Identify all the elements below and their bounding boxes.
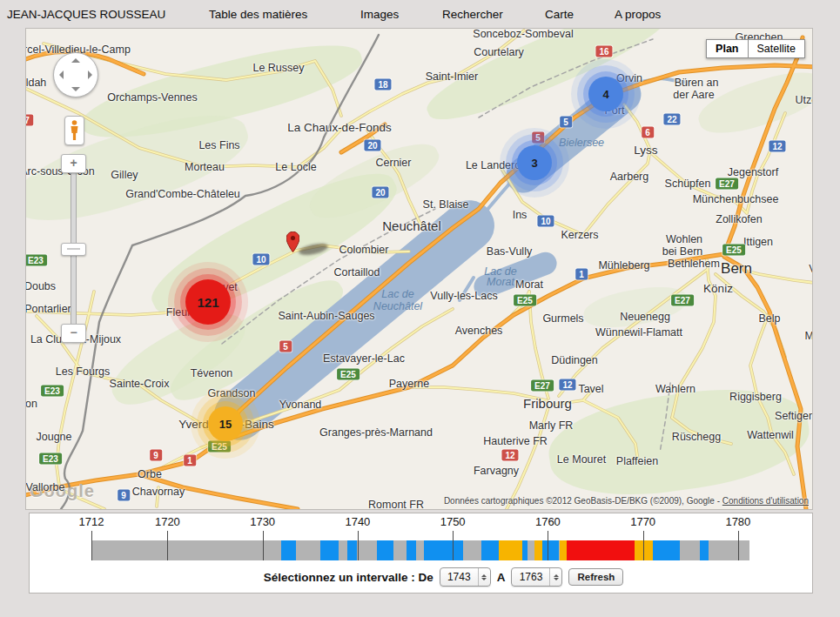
timeline-segment-yellow	[534, 540, 542, 560]
interval-controls: Sélectionnez un intervalle : De 1743 A 1…	[52, 567, 835, 587]
map-label: Lac de	[381, 288, 414, 300]
map-label: Sonceboz-Sombeval	[473, 29, 573, 40]
route-badge: 5	[560, 117, 572, 128]
pan-up-icon[interactable]	[71, 58, 80, 63]
map-label: Morat	[487, 276, 514, 288]
route-badge: E23	[26, 255, 47, 266]
map-label: Colombier	[339, 244, 389, 256]
map-label: Le Mouret	[557, 453, 606, 466]
map-label: Le Locle	[275, 161, 316, 173]
map-label: Gilley	[111, 169, 138, 181]
route-badge: 22	[663, 114, 680, 125]
route-badge: 10	[252, 254, 269, 265]
map-label: Neuenegg	[620, 311, 670, 323]
map-label: Utzenstorf	[796, 94, 812, 106]
map-label: Seftigen	[775, 410, 812, 422]
timeline-segment-blue	[347, 540, 357, 560]
top-navigation: JEAN-JACQUES ROUSSEAU Table des matières…	[0, 0, 840, 29]
zoom-slider-handle[interactable]	[61, 243, 86, 256]
timeline-segment-blue	[542, 540, 560, 560]
interval-from-select[interactable]: 1743	[440, 567, 491, 587]
map-canvas[interactable]: Plan Satellite + − Google Données cartog…	[26, 29, 812, 509]
zoom-out-button[interactable]: −	[61, 324, 86, 343]
nav-item-carte[interactable]: Carte	[545, 8, 574, 21]
pan-left-icon[interactable]	[59, 70, 64, 79]
map-label: St. Blaise	[423, 198, 469, 211]
route-badge: E27	[531, 380, 554, 392]
refresh-button[interactable]: Refresh	[568, 568, 623, 586]
map-label: Bethlehem	[668, 258, 720, 270]
map-label: Cernier	[376, 157, 412, 169]
location-pin-icon[interactable]	[286, 231, 299, 252]
map-label: Ins	[513, 209, 528, 221]
pan-down-icon[interactable]	[71, 87, 80, 91]
map-label: Payerne	[389, 378, 430, 390]
cluster-marker-red[interactable]: 121	[185, 279, 231, 325]
map-label: Düdingen	[551, 354, 598, 366]
nav-item-table-des-matieres[interactable]: Table des matières	[209, 8, 307, 21]
map-label: Sainte-Croix	[110, 378, 170, 390]
timeline-tick	[738, 531, 739, 560]
map-type-satellite-button[interactable]: Satellite	[748, 39, 805, 58]
map-label: Münchenbuchsee	[693, 193, 779, 205]
route-badge: E27	[716, 178, 738, 190]
timeline-year-label: 1760	[535, 515, 561, 528]
timeline-bar[interactable]	[91, 540, 749, 560]
pan-right-icon[interactable]	[88, 70, 92, 79]
map-label: Doubs	[26, 280, 56, 292]
street-view-pegman[interactable]	[64, 116, 84, 145]
map-label: Ittigen	[743, 236, 773, 248]
map-label: Courtelary	[474, 46, 524, 58]
timeline-tick	[91, 531, 92, 560]
map-label: Mühleberg	[598, 259, 649, 272]
route-badge: E25	[208, 441, 231, 453]
timeline-segment-yellow	[560, 540, 568, 560]
map-label: Romont FR	[368, 499, 424, 509]
interval-label: Sélectionnez un intervalle : De	[264, 571, 433, 584]
map-label: Fribourg	[523, 396, 572, 411]
cluster-marker-blue[interactable]: 4	[588, 77, 623, 111]
map-label: Saint-Aubin-Sauges	[278, 310, 374, 322]
map-label: Zollikofen	[716, 213, 763, 225]
map-label: Bas-Vully	[487, 245, 532, 258]
cluster-marker-yellow[interactable]: 15	[208, 406, 243, 441]
interval-to-select[interactable]: 1763	[511, 567, 562, 587]
map-label: Köniz	[703, 282, 733, 295]
map-label: Wattenwil	[747, 429, 794, 441]
map-label: Les Fins	[198, 139, 239, 151]
route-badge: 18	[374, 79, 391, 91]
timeline-tick	[167, 531, 168, 560]
terms-link[interactable]: Conditions d'utilisation	[722, 496, 809, 506]
map-label: Kerzers	[561, 229, 598, 241]
route-badge: 6	[642, 127, 654, 138]
route-badge: 16	[595, 46, 612, 57]
map-label: Rüschegg	[672, 431, 721, 443]
route-badge: 20	[364, 140, 380, 151]
map-type-plan-button[interactable]: Plan	[706, 39, 747, 58]
timeline-segment-blue	[522, 540, 528, 560]
route-badge: E23	[41, 386, 64, 397]
map-label: on	[26, 398, 37, 410]
interval-to-value: 1763	[512, 571, 549, 583]
map-label: Tavel	[578, 383, 603, 395]
map-label: Orbe	[138, 468, 162, 480]
nav-item-rechercher[interactable]: Rechercher	[442, 8, 503, 21]
map-label: Estavayer-le-Lac	[323, 352, 405, 365]
map-label: La Chaux-de-Fonds	[287, 121, 391, 134]
map-label: der Aare	[673, 89, 714, 101]
map-label: bei Bern	[662, 245, 703, 258]
timeline-year-label: 1770	[630, 515, 655, 528]
stepper-icon	[549, 568, 561, 586]
route-badge: 9	[150, 450, 162, 461]
interval-to-label: A	[497, 571, 506, 584]
map-label: Vechigen	[809, 263, 812, 275]
map-type-control: Plan Satellite	[706, 39, 805, 58]
route-badge: 12	[769, 141, 785, 152]
cluster-marker-blue[interactable]: 3	[517, 145, 552, 180]
nav-item-images[interactable]: Images	[360, 8, 399, 21]
map-label: Bielersee	[559, 137, 604, 149]
zoom-in-button[interactable]: +	[61, 154, 86, 173]
nav-brand[interactable]: JEAN-JACQUES ROUSSEAU	[7, 8, 165, 21]
map-pan-control[interactable]	[53, 52, 98, 97]
nav-item-a-propos[interactable]: A propos	[615, 8, 661, 21]
